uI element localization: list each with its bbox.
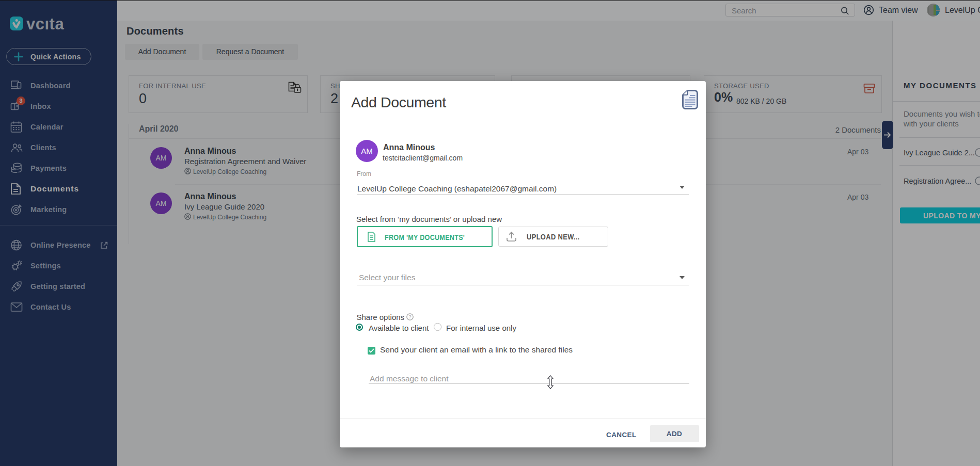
svg-text:?: ? <box>408 314 411 319</box>
